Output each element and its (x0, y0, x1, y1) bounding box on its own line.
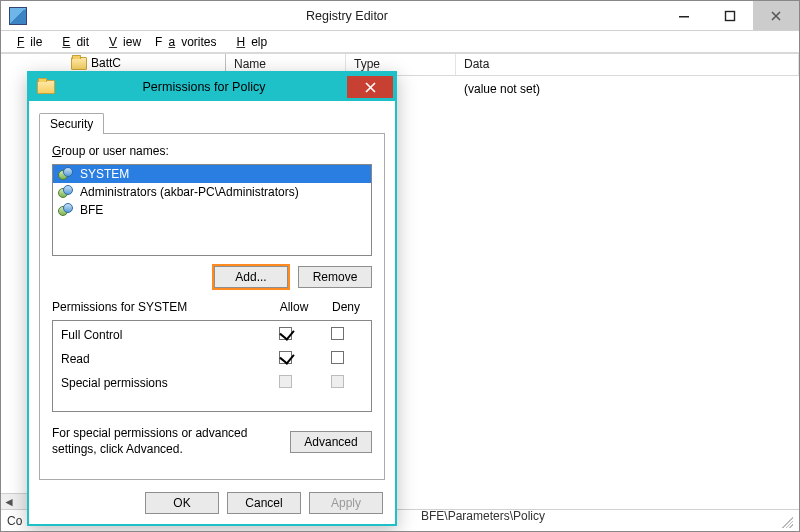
permissions-box: Full Control Read Special permissions (52, 320, 372, 412)
user-row-system[interactable]: SYSTEM (53, 165, 371, 183)
group-icon (58, 185, 74, 199)
user-list[interactable]: SYSTEM Administrators (akbar-PC\Administ… (52, 164, 372, 256)
ok-button[interactable]: OK (145, 492, 219, 514)
menu-help[interactable]: Help (224, 33, 273, 51)
dialog-titlebar[interactable]: Permissions for Policy (29, 73, 395, 101)
deny-header: Deny (320, 300, 372, 314)
maximize-button[interactable] (707, 1, 753, 30)
tree-item-label: BattC (91, 56, 121, 70)
folder-icon (37, 80, 55, 94)
svg-rect-0 (679, 16, 689, 18)
allow-special-checkbox (279, 375, 292, 388)
advanced-row: For special permissions or advanced sett… (52, 426, 372, 457)
advanced-text: For special permissions or advanced sett… (52, 426, 280, 457)
permissions-dialog: Permissions for Policy Security Group or… (27, 71, 397, 526)
status-path-prefix: Co (7, 514, 25, 528)
col-data[interactable]: Data (456, 54, 799, 75)
permissions-for-label: Permissions for SYSTEM (52, 300, 268, 314)
folder-icon (71, 57, 87, 70)
tree-item[interactable]: BattC (1, 54, 225, 72)
user-row-administrators[interactable]: Administrators (akbar-PC\Administrators) (53, 183, 371, 201)
status-path-visible: BFE\Parameters\Policy (421, 509, 545, 523)
perm-row-fullcontrol: Full Control (61, 327, 363, 343)
menu-file[interactable]: File (5, 33, 48, 51)
cancel-button[interactable]: Cancel (227, 492, 301, 514)
regedit-icon (9, 7, 27, 25)
user-name: BFE (80, 203, 103, 217)
close-button[interactable] (753, 1, 799, 30)
add-button[interactable]: Add... (214, 266, 288, 288)
advanced-button[interactable]: Advanced (290, 431, 372, 453)
minimize-button[interactable] (661, 1, 707, 30)
group-icon (58, 203, 74, 217)
tab-security[interactable]: Security (39, 113, 104, 134)
menu-favorites[interactable]: Favorites (149, 33, 222, 51)
allow-fullcontrol-checkbox[interactable] (279, 327, 292, 340)
user-name: Administrators (akbar-PC\Administrators) (80, 185, 299, 199)
group-icon (58, 167, 74, 181)
dialog-close-button[interactable] (347, 76, 393, 98)
user-row-bfe[interactable]: BFE (53, 201, 371, 219)
list-cell-data: (value not set) (456, 80, 548, 98)
allow-read-checkbox[interactable] (279, 351, 292, 364)
remove-button[interactable]: Remove (298, 266, 372, 288)
group-label: Group or user names: (52, 144, 372, 158)
apply-button[interactable]: Apply (309, 492, 383, 514)
perm-row-special: Special permissions (61, 375, 363, 391)
deny-fullcontrol-checkbox[interactable] (331, 327, 344, 340)
dialog-title: Permissions for Policy (61, 80, 347, 94)
tabstrip: Security (39, 109, 385, 133)
main-titlebar: Registry Editor (1, 1, 799, 31)
svg-rect-1 (726, 11, 735, 20)
user-name: SYSTEM (80, 167, 129, 181)
main-title: Registry Editor (33, 9, 661, 23)
perm-row-read: Read (61, 351, 363, 367)
deny-special-checkbox (331, 375, 344, 388)
menu-edit[interactable]: Edit (50, 33, 95, 51)
tab-panel: Group or user names: SYSTEM Administrato… (39, 133, 385, 480)
permissions-header: Permissions for SYSTEM Allow Deny (52, 300, 372, 314)
menu-view[interactable]: View (97, 33, 147, 51)
menubar: File Edit View Favorites Help (1, 31, 799, 53)
scroll-left-icon[interactable]: ◄ (1, 494, 17, 510)
deny-read-checkbox[interactable] (331, 351, 344, 364)
resize-grip-icon[interactable] (779, 514, 793, 528)
allow-header: Allow (268, 300, 320, 314)
